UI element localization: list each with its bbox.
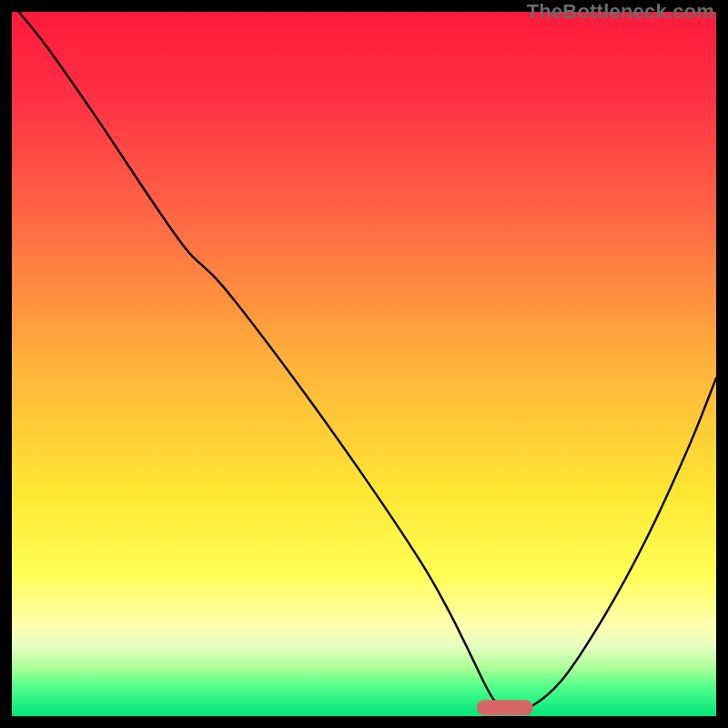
chart-frame: TheBottleneck.com — [0, 0, 728, 728]
bottleneck-chart — [12, 12, 716, 716]
watermark-text: TheBottleneck.com — [527, 0, 714, 24]
optimal-marker — [477, 700, 533, 715]
gradient-background — [12, 12, 716, 716]
